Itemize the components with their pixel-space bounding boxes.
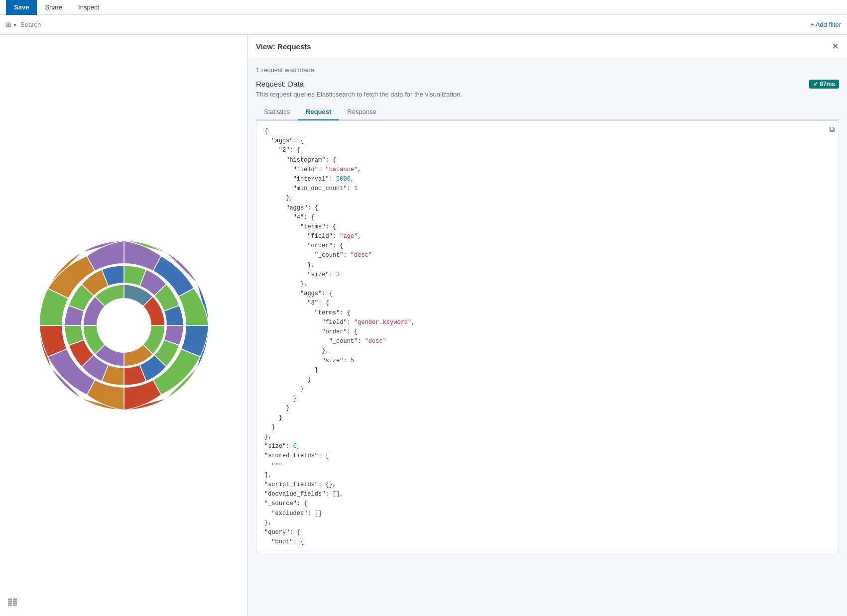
main-layout: View: Requests ✕ 1 request was made Requ… (0, 35, 847, 616)
svg-rect-13 (8, 603, 12, 604)
tab-request[interactable]: Request (298, 104, 339, 120)
inspect-body: 1 request was made Request: Data ✓ 87ms … (248, 58, 847, 616)
index-icon: ⊞ (6, 21, 11, 28)
save-button[interactable]: Save (6, 0, 37, 15)
svg-rect-12 (8, 601, 12, 602)
chart-panel (0, 35, 247, 616)
chevron-down-icon: ▾ (13, 21, 16, 28)
donut-chart-rings (17, 218, 231, 432)
search-bar: ⊞ ▾ + Add filter (0, 15, 847, 35)
request-tabs: Statistics Request Response (256, 104, 839, 120)
svg-rect-14 (8, 605, 12, 606)
copy-button[interactable]: ⧉ (829, 125, 835, 134)
request-label-text: Request: Data (256, 80, 304, 88)
request-description: This request queries Elasticsearch to fe… (256, 91, 839, 98)
svg-rect-16 (13, 601, 17, 602)
svg-point-10 (98, 300, 150, 351)
search-input[interactable] (20, 21, 806, 28)
inspect-panel: View: Requests ✕ 1 request was made Requ… (247, 35, 847, 616)
donut-chart (17, 218, 231, 432)
tab-response[interactable]: Response (339, 104, 384, 120)
code-content: { "aggs": { "2": { "histogram": { "field… (264, 127, 831, 547)
request-label: Request: Data (256, 80, 304, 89)
code-block: ⧉ { "aggs": { "2": { "histogram": { "fie… (256, 120, 839, 553)
svg-rect-18 (13, 605, 17, 606)
inspect-button[interactable]: Inspect (70, 0, 107, 15)
svg-rect-15 (13, 599, 17, 600)
request-timing-badge: ✓ 87ms (809, 80, 839, 89)
inspect-title: View: Requests (256, 42, 311, 51)
share-button[interactable]: Share (37, 0, 70, 15)
legend-icon[interactable] (8, 598, 18, 608)
request-count: 1 request was made (256, 66, 839, 74)
inspect-header: View: Requests ✕ (248, 35, 847, 58)
inspect-close-button[interactable]: ✕ (832, 41, 839, 52)
add-filter-button[interactable]: + Add filter (810, 21, 841, 28)
svg-rect-11 (8, 599, 12, 600)
request-header: Request: Data ✓ 87ms (256, 80, 839, 89)
tab-statistics[interactable]: Statistics (256, 104, 298, 120)
svg-rect-17 (13, 603, 17, 604)
index-selector[interactable]: ⊞ ▾ (6, 21, 16, 28)
legend-svg (8, 598, 18, 606)
add-filter-label: + Add filter (810, 21, 841, 28)
toolbar: Save Share Inspect (0, 0, 847, 15)
